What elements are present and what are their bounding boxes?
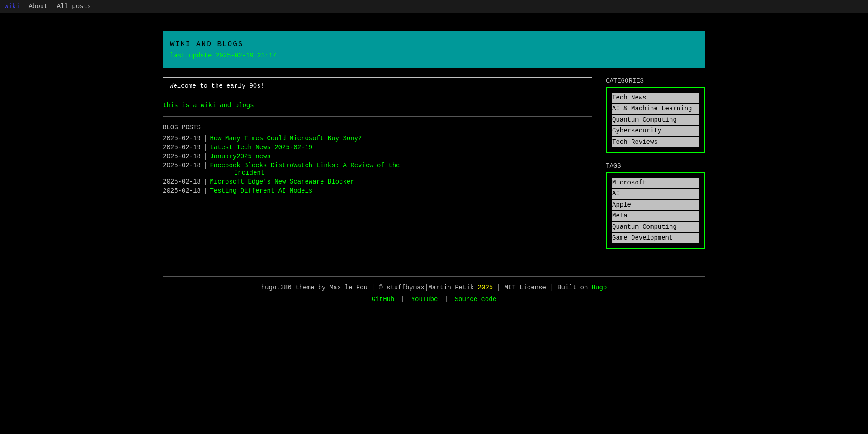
blog-post-row: 2025-02-18 | January2025 news bbox=[163, 153, 592, 160]
mit-license-link[interactable]: MIT License bbox=[504, 284, 546, 291]
post-separator: | bbox=[203, 162, 207, 169]
post-separator: | bbox=[203, 187, 207, 194]
footer-link-sep-1: | bbox=[401, 296, 409, 303]
nav-about[interactable]: About bbox=[29, 3, 48, 10]
tag-link[interactable]: AI bbox=[612, 189, 699, 198]
blog-post-row: 2025-02-19 | How Many Times Could Micros… bbox=[163, 135, 592, 142]
post-date: 2025-02-18 bbox=[163, 162, 201, 169]
category-link[interactable]: AI & Machine Learning bbox=[612, 104, 699, 113]
footer-separator-3: | bbox=[550, 284, 557, 291]
blog-post-row: 2025-02-18 | Facebook Blocks DistroWatch… bbox=[163, 162, 592, 176]
post-title-link[interactable]: January2025 news bbox=[210, 153, 270, 160]
categories-title: CATEGORIES bbox=[606, 77, 705, 85]
category-link[interactable]: Tech Reviews bbox=[612, 137, 699, 147]
post-title-link[interactable]: Testing Different AI Models bbox=[210, 187, 312, 194]
copyright-text: © stuffbymax|Martin Petik bbox=[379, 284, 474, 291]
categories-box: Tech News AI & Machine Learning Quantum … bbox=[606, 87, 705, 153]
post-title-link[interactable]: Facebook Blocks DistroWatch Links: A Rev… bbox=[210, 162, 400, 169]
post-date: 2025-02-18 bbox=[163, 178, 201, 185]
category-link[interactable]: Cybersecurity bbox=[612, 126, 699, 136]
post-date: 2025-02-19 bbox=[163, 135, 201, 142]
tags-title: TAGS bbox=[606, 162, 705, 170]
nav-wiki[interactable]: wiki bbox=[5, 3, 20, 10]
tagline: this is a wiki and blogs bbox=[163, 102, 592, 109]
post-date: 2025-02-18 bbox=[163, 153, 201, 160]
top-navigation: wiki About All posts bbox=[0, 0, 868, 13]
main-content: Welcome to the early 90s! this is a wiki… bbox=[163, 77, 592, 196]
source-code-link[interactable]: Source code bbox=[455, 296, 496, 303]
post-separator: | bbox=[203, 135, 207, 142]
blog-post-row: 2025-02-18 | Testing Different AI Models bbox=[163, 187, 592, 194]
post-date: 2025-02-19 bbox=[163, 144, 201, 151]
footer-separator-2: | bbox=[497, 284, 505, 291]
blog-post-row: 2025-02-18 | Microsoft Edge's New Scarew… bbox=[163, 178, 592, 185]
tag-link[interactable]: Game Development bbox=[612, 233, 699, 243]
nav-all-posts[interactable]: All posts bbox=[57, 3, 91, 10]
main-wrapper: WIKI AND BLOGS last update 2025-02-19 23… bbox=[154, 13, 714, 321]
tags-box: Microsoft AI Apple Meta Quantum Computin… bbox=[606, 172, 705, 249]
theme-text: hugo.386 theme by Max le Fou bbox=[261, 284, 368, 291]
built-on-text: Built on bbox=[557, 284, 588, 291]
post-title-link[interactable]: How Many Times Could Microsoft Buy Sony? bbox=[210, 135, 362, 142]
content-area: Welcome to the early 90s! this is a wiki… bbox=[163, 77, 705, 258]
hugo-link[interactable]: Hugo bbox=[592, 284, 607, 291]
site-title: WIKI AND BLOGS bbox=[170, 40, 698, 48]
footer-links: GitHub | YouTube | Source code bbox=[163, 296, 705, 303]
post-title-link[interactable]: Latest Tech News 2025-02-19 bbox=[210, 144, 312, 151]
category-link[interactable]: Tech News bbox=[612, 93, 699, 103]
divider-1 bbox=[163, 116, 592, 117]
footer-link-sep-2: | bbox=[444, 296, 452, 303]
tag-link[interactable]: Meta bbox=[612, 211, 699, 221]
welcome-box: Welcome to the early 90s! bbox=[163, 77, 592, 94]
post-separator: | bbox=[203, 153, 207, 160]
category-link[interactable]: Quantum Computing bbox=[612, 115, 699, 125]
last-update: last update 2025-02-19 23:17 bbox=[170, 52, 698, 59]
github-link[interactable]: GitHub bbox=[372, 296, 394, 303]
blog-posts-section: BLOG POSTS 2025-02-19 | How Many Times C… bbox=[163, 124, 592, 194]
footer-year: 2025 bbox=[478, 284, 497, 291]
tag-link[interactable]: Quantum Computing bbox=[612, 222, 699, 232]
welcome-text: Welcome to the early 90s! bbox=[170, 82, 264, 90]
tag-link[interactable]: Microsoft bbox=[612, 178, 699, 188]
sidebar: CATEGORIES Tech News AI & Machine Learni… bbox=[606, 77, 705, 258]
post-title-link[interactable]: Microsoft Edge's New Scareware Blocker bbox=[210, 178, 354, 185]
blog-post-row: 2025-02-19 | Latest Tech News 2025-02-19 bbox=[163, 144, 592, 151]
blog-posts-title: BLOG POSTS bbox=[163, 124, 592, 131]
footer-divider bbox=[163, 276, 705, 277]
youtube-link[interactable]: YouTube bbox=[411, 296, 438, 303]
tag-link[interactable]: Apple bbox=[612, 200, 699, 210]
post-separator: | bbox=[203, 178, 207, 185]
footer-separator-1: | bbox=[371, 284, 379, 291]
post-title-continuation: Incident bbox=[163, 169, 592, 176]
header-banner: WIKI AND BLOGS last update 2025-02-19 23… bbox=[163, 31, 705, 68]
footer-attribution: hugo.386 theme by Max le Fou | © stuffby… bbox=[163, 284, 705, 291]
post-date: 2025-02-18 bbox=[163, 187, 201, 194]
post-separator: | bbox=[203, 144, 207, 151]
